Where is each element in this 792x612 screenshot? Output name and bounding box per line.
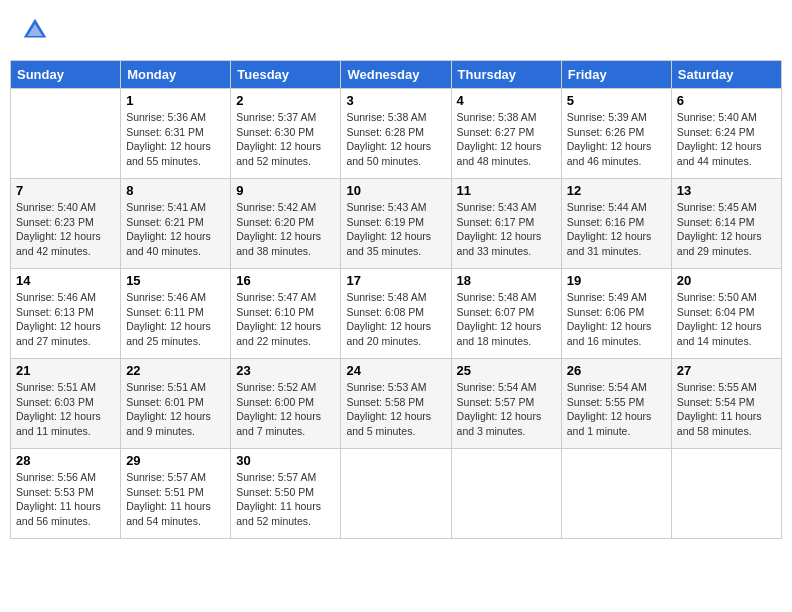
calendar-cell: 21Sunrise: 5:51 AM Sunset: 6:03 PM Dayli… bbox=[11, 359, 121, 449]
column-header-monday: Monday bbox=[121, 61, 231, 89]
cell-info: Sunrise: 5:40 AM Sunset: 6:24 PM Dayligh… bbox=[677, 110, 776, 169]
calendar-cell: 29Sunrise: 5:57 AM Sunset: 5:51 PM Dayli… bbox=[121, 449, 231, 539]
cell-info: Sunrise: 5:43 AM Sunset: 6:17 PM Dayligh… bbox=[457, 200, 556, 259]
calendar-cell: 24Sunrise: 5:53 AM Sunset: 5:58 PM Dayli… bbox=[341, 359, 451, 449]
cell-info: Sunrise: 5:43 AM Sunset: 6:19 PM Dayligh… bbox=[346, 200, 445, 259]
cell-info: Sunrise: 5:46 AM Sunset: 6:11 PM Dayligh… bbox=[126, 290, 225, 349]
day-number: 7 bbox=[16, 183, 115, 198]
calendar-cell: 22Sunrise: 5:51 AM Sunset: 6:01 PM Dayli… bbox=[121, 359, 231, 449]
calendar-week-row: 7Sunrise: 5:40 AM Sunset: 6:23 PM Daylig… bbox=[11, 179, 782, 269]
cell-info: Sunrise: 5:57 AM Sunset: 5:51 PM Dayligh… bbox=[126, 470, 225, 529]
calendar-week-row: 1Sunrise: 5:36 AM Sunset: 6:31 PM Daylig… bbox=[11, 89, 782, 179]
calendar-cell: 15Sunrise: 5:46 AM Sunset: 6:11 PM Dayli… bbox=[121, 269, 231, 359]
day-number: 18 bbox=[457, 273, 556, 288]
cell-info: Sunrise: 5:39 AM Sunset: 6:26 PM Dayligh… bbox=[567, 110, 666, 169]
calendar-cell bbox=[341, 449, 451, 539]
calendar-cell: 10Sunrise: 5:43 AM Sunset: 6:19 PM Dayli… bbox=[341, 179, 451, 269]
calendar-cell bbox=[11, 89, 121, 179]
day-number: 14 bbox=[16, 273, 115, 288]
day-number: 11 bbox=[457, 183, 556, 198]
calendar-cell bbox=[561, 449, 671, 539]
day-number: 30 bbox=[236, 453, 335, 468]
column-header-wednesday: Wednesday bbox=[341, 61, 451, 89]
day-number: 16 bbox=[236, 273, 335, 288]
cell-info: Sunrise: 5:52 AM Sunset: 6:00 PM Dayligh… bbox=[236, 380, 335, 439]
column-header-thursday: Thursday bbox=[451, 61, 561, 89]
calendar-cell: 30Sunrise: 5:57 AM Sunset: 5:50 PM Dayli… bbox=[231, 449, 341, 539]
calendar-cell: 17Sunrise: 5:48 AM Sunset: 6:08 PM Dayli… bbox=[341, 269, 451, 359]
day-number: 12 bbox=[567, 183, 666, 198]
calendar-cell: 18Sunrise: 5:48 AM Sunset: 6:07 PM Dayli… bbox=[451, 269, 561, 359]
calendar-cell: 26Sunrise: 5:54 AM Sunset: 5:55 PM Dayli… bbox=[561, 359, 671, 449]
calendar-cell: 12Sunrise: 5:44 AM Sunset: 6:16 PM Dayli… bbox=[561, 179, 671, 269]
day-number: 3 bbox=[346, 93, 445, 108]
calendar-cell: 14Sunrise: 5:46 AM Sunset: 6:13 PM Dayli… bbox=[11, 269, 121, 359]
cell-info: Sunrise: 5:56 AM Sunset: 5:53 PM Dayligh… bbox=[16, 470, 115, 529]
column-header-sunday: Sunday bbox=[11, 61, 121, 89]
day-number: 5 bbox=[567, 93, 666, 108]
day-number: 8 bbox=[126, 183, 225, 198]
calendar-cell: 20Sunrise: 5:50 AM Sunset: 6:04 PM Dayli… bbox=[671, 269, 781, 359]
day-number: 21 bbox=[16, 363, 115, 378]
cell-info: Sunrise: 5:54 AM Sunset: 5:57 PM Dayligh… bbox=[457, 380, 556, 439]
day-number: 28 bbox=[16, 453, 115, 468]
calendar-cell bbox=[671, 449, 781, 539]
calendar-cell: 7Sunrise: 5:40 AM Sunset: 6:23 PM Daylig… bbox=[11, 179, 121, 269]
page-header bbox=[10, 10, 782, 50]
calendar-cell: 16Sunrise: 5:47 AM Sunset: 6:10 PM Dayli… bbox=[231, 269, 341, 359]
logo bbox=[20, 15, 54, 45]
cell-info: Sunrise: 5:48 AM Sunset: 6:08 PM Dayligh… bbox=[346, 290, 445, 349]
calendar-cell: 28Sunrise: 5:56 AM Sunset: 5:53 PM Dayli… bbox=[11, 449, 121, 539]
day-number: 22 bbox=[126, 363, 225, 378]
cell-info: Sunrise: 5:38 AM Sunset: 6:27 PM Dayligh… bbox=[457, 110, 556, 169]
cell-info: Sunrise: 5:53 AM Sunset: 5:58 PM Dayligh… bbox=[346, 380, 445, 439]
cell-info: Sunrise: 5:54 AM Sunset: 5:55 PM Dayligh… bbox=[567, 380, 666, 439]
day-number: 20 bbox=[677, 273, 776, 288]
cell-info: Sunrise: 5:48 AM Sunset: 6:07 PM Dayligh… bbox=[457, 290, 556, 349]
cell-info: Sunrise: 5:41 AM Sunset: 6:21 PM Dayligh… bbox=[126, 200, 225, 259]
day-number: 9 bbox=[236, 183, 335, 198]
calendar-cell: 5Sunrise: 5:39 AM Sunset: 6:26 PM Daylig… bbox=[561, 89, 671, 179]
day-number: 23 bbox=[236, 363, 335, 378]
calendar-cell: 2Sunrise: 5:37 AM Sunset: 6:30 PM Daylig… bbox=[231, 89, 341, 179]
calendar-cell: 6Sunrise: 5:40 AM Sunset: 6:24 PM Daylig… bbox=[671, 89, 781, 179]
calendar-cell: 11Sunrise: 5:43 AM Sunset: 6:17 PM Dayli… bbox=[451, 179, 561, 269]
calendar-week-row: 21Sunrise: 5:51 AM Sunset: 6:03 PM Dayli… bbox=[11, 359, 782, 449]
calendar-cell: 4Sunrise: 5:38 AM Sunset: 6:27 PM Daylig… bbox=[451, 89, 561, 179]
day-number: 10 bbox=[346, 183, 445, 198]
calendar-cell: 8Sunrise: 5:41 AM Sunset: 6:21 PM Daylig… bbox=[121, 179, 231, 269]
day-number: 24 bbox=[346, 363, 445, 378]
calendar-cell: 3Sunrise: 5:38 AM Sunset: 6:28 PM Daylig… bbox=[341, 89, 451, 179]
day-number: 4 bbox=[457, 93, 556, 108]
cell-info: Sunrise: 5:50 AM Sunset: 6:04 PM Dayligh… bbox=[677, 290, 776, 349]
calendar-cell: 23Sunrise: 5:52 AM Sunset: 6:00 PM Dayli… bbox=[231, 359, 341, 449]
day-number: 26 bbox=[567, 363, 666, 378]
day-number: 25 bbox=[457, 363, 556, 378]
calendar-cell: 25Sunrise: 5:54 AM Sunset: 5:57 PM Dayli… bbox=[451, 359, 561, 449]
calendar-cell bbox=[451, 449, 561, 539]
calendar-cell: 27Sunrise: 5:55 AM Sunset: 5:54 PM Dayli… bbox=[671, 359, 781, 449]
cell-info: Sunrise: 5:45 AM Sunset: 6:14 PM Dayligh… bbox=[677, 200, 776, 259]
day-number: 13 bbox=[677, 183, 776, 198]
calendar-week-row: 28Sunrise: 5:56 AM Sunset: 5:53 PM Dayli… bbox=[11, 449, 782, 539]
day-number: 19 bbox=[567, 273, 666, 288]
day-number: 1 bbox=[126, 93, 225, 108]
cell-info: Sunrise: 5:42 AM Sunset: 6:20 PM Dayligh… bbox=[236, 200, 335, 259]
calendar-week-row: 14Sunrise: 5:46 AM Sunset: 6:13 PM Dayli… bbox=[11, 269, 782, 359]
column-header-friday: Friday bbox=[561, 61, 671, 89]
calendar-cell: 1Sunrise: 5:36 AM Sunset: 6:31 PM Daylig… bbox=[121, 89, 231, 179]
day-number: 29 bbox=[126, 453, 225, 468]
calendar-cell: 13Sunrise: 5:45 AM Sunset: 6:14 PM Dayli… bbox=[671, 179, 781, 269]
calendar-cell: 19Sunrise: 5:49 AM Sunset: 6:06 PM Dayli… bbox=[561, 269, 671, 359]
cell-info: Sunrise: 5:38 AM Sunset: 6:28 PM Dayligh… bbox=[346, 110, 445, 169]
column-header-tuesday: Tuesday bbox=[231, 61, 341, 89]
cell-info: Sunrise: 5:55 AM Sunset: 5:54 PM Dayligh… bbox=[677, 380, 776, 439]
cell-info: Sunrise: 5:49 AM Sunset: 6:06 PM Dayligh… bbox=[567, 290, 666, 349]
column-header-saturday: Saturday bbox=[671, 61, 781, 89]
day-number: 6 bbox=[677, 93, 776, 108]
cell-info: Sunrise: 5:40 AM Sunset: 6:23 PM Dayligh… bbox=[16, 200, 115, 259]
cell-info: Sunrise: 5:36 AM Sunset: 6:31 PM Dayligh… bbox=[126, 110, 225, 169]
cell-info: Sunrise: 5:44 AM Sunset: 6:16 PM Dayligh… bbox=[567, 200, 666, 259]
day-number: 2 bbox=[236, 93, 335, 108]
cell-info: Sunrise: 5:37 AM Sunset: 6:30 PM Dayligh… bbox=[236, 110, 335, 169]
